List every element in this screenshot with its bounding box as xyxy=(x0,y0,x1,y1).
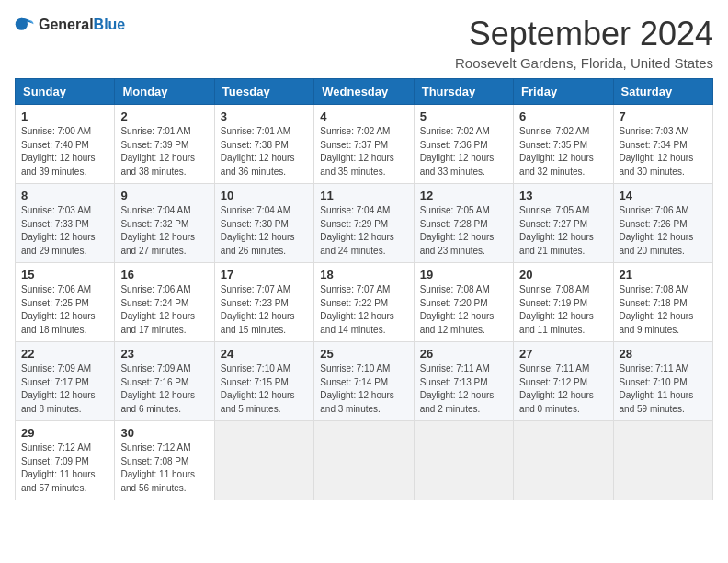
day-info: Sunrise: 7:09 AMSunset: 7:16 PMDaylight:… xyxy=(120,363,195,414)
logo-general: General xyxy=(39,17,94,32)
day-info: Sunrise: 7:11 AMSunset: 7:13 PMDaylight:… xyxy=(420,363,495,414)
day-number: 7 xyxy=(620,109,707,123)
calendar-cell: 13 Sunrise: 7:05 AMSunset: 7:27 PMDaylig… xyxy=(514,184,613,263)
calendar-cell: 18 Sunrise: 7:07 AMSunset: 7:22 PMDaylig… xyxy=(314,263,414,342)
day-number: 6 xyxy=(519,109,607,123)
day-info: Sunrise: 7:01 AMSunset: 7:39 PMDaylight:… xyxy=(120,126,195,177)
day-info: Sunrise: 7:12 AMSunset: 7:08 PMDaylight:… xyxy=(120,442,195,493)
calendar-cell xyxy=(613,421,712,500)
calendar-cell xyxy=(214,421,313,500)
day-number: 24 xyxy=(221,347,308,361)
calendar-cell: 28 Sunrise: 7:11 AMSunset: 7:10 PMDaylig… xyxy=(613,342,712,421)
location-title: Roosevelt Gardens, Florida, United State… xyxy=(455,55,713,71)
day-info: Sunrise: 7:11 AMSunset: 7:10 PMDaylight:… xyxy=(620,363,694,414)
calendar-day-header: Tuesday xyxy=(214,79,313,105)
calendar-cell: 16 Sunrise: 7:06 AMSunset: 7:24 PMDaylig… xyxy=(115,263,214,342)
calendar-week-row: 15 Sunrise: 7:06 AMSunset: 7:25 PMDaylig… xyxy=(16,263,713,342)
day-info: Sunrise: 7:05 AMSunset: 7:28 PMDaylight:… xyxy=(420,205,495,256)
day-number: 2 xyxy=(120,109,208,123)
calendar-cell: 3 Sunrise: 7:01 AMSunset: 7:38 PMDayligh… xyxy=(214,105,313,184)
calendar-cell: 26 Sunrise: 7:11 AMSunset: 7:13 PMDaylig… xyxy=(414,342,513,421)
day-number: 30 xyxy=(120,426,208,440)
day-info: Sunrise: 7:07 AMSunset: 7:23 PMDaylight:… xyxy=(221,284,295,335)
day-info: Sunrise: 7:02 AMSunset: 7:37 PMDaylight:… xyxy=(320,126,394,177)
logo-icon xyxy=(15,15,35,35)
calendar-cell: 12 Sunrise: 7:05 AMSunset: 7:28 PMDaylig… xyxy=(414,184,513,263)
calendar-header-row: SundayMondayTuesdayWednesdayThursdayFrid… xyxy=(16,79,713,105)
day-number: 17 xyxy=(221,268,308,282)
day-number: 26 xyxy=(420,347,507,361)
calendar-cell: 30 Sunrise: 7:12 AMSunset: 7:08 PMDaylig… xyxy=(115,421,214,500)
day-number: 1 xyxy=(21,109,108,123)
calendar-cell: 15 Sunrise: 7:06 AMSunset: 7:25 PMDaylig… xyxy=(16,263,115,342)
day-number: 18 xyxy=(320,268,407,282)
day-number: 21 xyxy=(620,268,707,282)
calendar-cell: 5 Sunrise: 7:02 AMSunset: 7:36 PMDayligh… xyxy=(414,105,513,184)
day-info: Sunrise: 7:03 AMSunset: 7:34 PMDaylight:… xyxy=(620,126,694,177)
calendar-cell: 29 Sunrise: 7:12 AMSunset: 7:09 PMDaylig… xyxy=(16,421,115,500)
calendar-cell: 27 Sunrise: 7:11 AMSunset: 7:12 PMDaylig… xyxy=(514,342,613,421)
calendar-cell xyxy=(514,421,613,500)
day-info: Sunrise: 7:06 AMSunset: 7:25 PMDaylight:… xyxy=(21,284,96,335)
calendar-day-header: Sunday xyxy=(16,79,115,105)
calendar-cell: 1 Sunrise: 7:00 AMSunset: 7:40 PMDayligh… xyxy=(16,105,115,184)
calendar-cell: 24 Sunrise: 7:10 AMSunset: 7:15 PMDaylig… xyxy=(214,342,313,421)
month-title: September 2024 xyxy=(455,15,713,53)
calendar-cell: 23 Sunrise: 7:09 AMSunset: 7:16 PMDaylig… xyxy=(115,342,214,421)
calendar-cell: 11 Sunrise: 7:04 AMSunset: 7:29 PMDaylig… xyxy=(314,184,414,263)
calendar-cell: 7 Sunrise: 7:03 AMSunset: 7:34 PMDayligh… xyxy=(613,105,712,184)
day-number: 14 xyxy=(620,189,707,202)
day-info: Sunrise: 7:12 AMSunset: 7:09 PMDaylight:… xyxy=(21,442,96,493)
logo-blue: Blue xyxy=(94,17,126,32)
calendar-cell: 19 Sunrise: 7:08 AMSunset: 7:20 PMDaylig… xyxy=(414,263,513,342)
logo: GeneralBlue xyxy=(15,15,125,35)
day-number: 8 xyxy=(21,189,108,202)
calendar-table: SundayMondayTuesdayWednesdayThursdayFrid… xyxy=(15,78,713,500)
calendar-cell: 25 Sunrise: 7:10 AMSunset: 7:14 PMDaylig… xyxy=(314,342,414,421)
day-number: 5 xyxy=(420,109,507,123)
day-info: Sunrise: 7:08 AMSunset: 7:19 PMDaylight:… xyxy=(519,284,594,335)
day-number: 4 xyxy=(320,109,407,123)
day-info: Sunrise: 7:08 AMSunset: 7:20 PMDaylight:… xyxy=(420,284,495,335)
day-number: 12 xyxy=(420,189,507,202)
calendar-day-header: Friday xyxy=(514,79,613,105)
calendar-cell: 14 Sunrise: 7:06 AMSunset: 7:26 PMDaylig… xyxy=(613,184,712,263)
calendar-cell xyxy=(414,421,513,500)
calendar-day-header: Wednesday xyxy=(314,79,414,105)
calendar-cell: 10 Sunrise: 7:04 AMSunset: 7:30 PMDaylig… xyxy=(214,184,313,263)
calendar-cell: 21 Sunrise: 7:08 AMSunset: 7:18 PMDaylig… xyxy=(613,263,712,342)
calendar-cell: 9 Sunrise: 7:04 AMSunset: 7:32 PMDayligh… xyxy=(115,184,214,263)
day-number: 11 xyxy=(320,189,407,202)
day-info: Sunrise: 7:10 AMSunset: 7:14 PMDaylight:… xyxy=(320,363,394,414)
day-info: Sunrise: 7:06 AMSunset: 7:26 PMDaylight:… xyxy=(620,205,694,256)
calendar-day-header: Saturday xyxy=(613,79,712,105)
calendar-day-header: Thursday xyxy=(414,79,513,105)
day-info: Sunrise: 7:04 AMSunset: 7:32 PMDaylight:… xyxy=(120,205,195,256)
calendar-cell xyxy=(314,421,414,500)
day-info: Sunrise: 7:10 AMSunset: 7:15 PMDaylight:… xyxy=(221,363,295,414)
day-info: Sunrise: 7:04 AMSunset: 7:29 PMDaylight:… xyxy=(320,205,394,256)
day-number: 29 xyxy=(21,426,108,440)
day-info: Sunrise: 7:04 AMSunset: 7:30 PMDaylight:… xyxy=(221,205,295,256)
calendar-cell: 17 Sunrise: 7:07 AMSunset: 7:23 PMDaylig… xyxy=(214,263,313,342)
page-header: GeneralBlue September 2024 Roosevelt Gar… xyxy=(15,15,713,71)
day-number: 15 xyxy=(21,268,108,282)
calendar-cell: 2 Sunrise: 7:01 AMSunset: 7:39 PMDayligh… xyxy=(115,105,214,184)
calendar-day-header: Monday xyxy=(115,79,214,105)
day-number: 25 xyxy=(320,347,407,361)
day-info: Sunrise: 7:11 AMSunset: 7:12 PMDaylight:… xyxy=(519,363,594,414)
calendar-week-row: 8 Sunrise: 7:03 AMSunset: 7:33 PMDayligh… xyxy=(16,184,713,263)
calendar-cell: 8 Sunrise: 7:03 AMSunset: 7:33 PMDayligh… xyxy=(16,184,115,263)
day-info: Sunrise: 7:08 AMSunset: 7:18 PMDaylight:… xyxy=(620,284,694,335)
day-info: Sunrise: 7:01 AMSunset: 7:38 PMDaylight:… xyxy=(221,126,295,177)
day-number: 20 xyxy=(519,268,607,282)
day-number: 19 xyxy=(420,268,507,282)
day-number: 28 xyxy=(620,347,707,361)
calendar-week-row: 29 Sunrise: 7:12 AMSunset: 7:09 PMDaylig… xyxy=(16,421,713,500)
calendar-cell: 6 Sunrise: 7:02 AMSunset: 7:35 PMDayligh… xyxy=(514,105,613,184)
calendar-week-row: 1 Sunrise: 7:00 AMSunset: 7:40 PMDayligh… xyxy=(16,105,713,184)
day-number: 23 xyxy=(120,347,208,361)
day-info: Sunrise: 7:05 AMSunset: 7:27 PMDaylight:… xyxy=(519,205,594,256)
calendar-cell: 22 Sunrise: 7:09 AMSunset: 7:17 PMDaylig… xyxy=(16,342,115,421)
day-info: Sunrise: 7:09 AMSunset: 7:17 PMDaylight:… xyxy=(21,363,96,414)
